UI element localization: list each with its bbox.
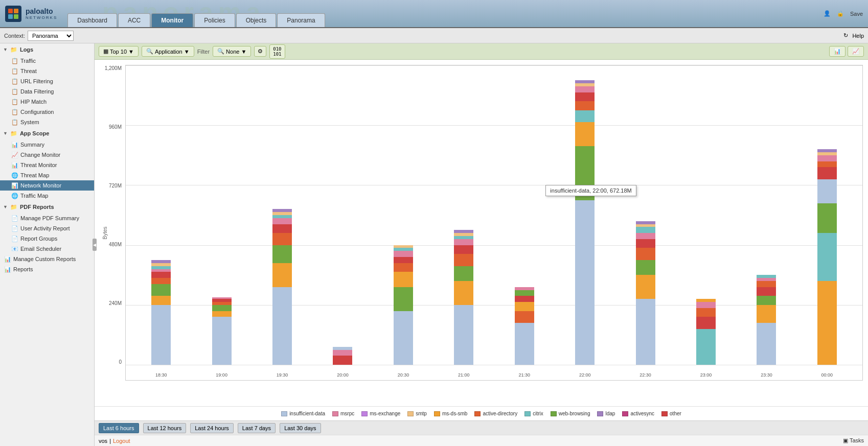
sidebar-item-manage-custom-reports[interactable]: 📊 Manage Custom Reports xyxy=(0,254,94,264)
bar-segment-other xyxy=(575,92,595,102)
sidebar-item-manage-pdf-summary[interactable]: 📄 Manage PDF Summary xyxy=(0,213,94,223)
sidebar-item-email-scheduler[interactable]: 📧 Email Scheduler xyxy=(0,244,94,254)
content-area: ▦ Top 10 ▼ 🔍 Application ▼ Filter 🔍 None… xyxy=(95,43,868,446)
bar-segment-web-browsing xyxy=(394,287,413,311)
sidebar-item-reports[interactable]: 📊 Reports xyxy=(0,264,94,274)
svg-rect-1 xyxy=(14,9,18,13)
sidebar-item-data-filtering[interactable]: 📋 Data Filtering xyxy=(0,86,94,97)
legend-label-citrix: citrix xyxy=(533,411,543,416)
bar-segment-other xyxy=(454,245,473,254)
context-select[interactable]: Panorama xyxy=(28,31,74,41)
app-filter-button[interactable]: 🔍 Application ▼ xyxy=(142,46,194,57)
sidebar-item-report-groups[interactable]: 📄 Report Groups xyxy=(0,233,94,244)
save-button[interactable]: Save xyxy=(850,11,863,17)
bars-area: 18:3019:0019:3020:0020:3021:0021:3022:00… xyxy=(126,65,862,365)
expand-icon-3: ▼ xyxy=(3,204,8,209)
main-layout: ▼ 📁 Logs 📋 Traffic 📋 Threat 📋 URL Filter… xyxy=(0,43,868,446)
tab-panorama[interactable]: Panorama xyxy=(277,13,325,27)
legend-label-other: other xyxy=(670,411,681,416)
tasks-button[interactable]: ▣ Tasks xyxy=(843,437,864,444)
user-icon[interactable]: 👤 xyxy=(824,10,831,17)
bar-segment-citrix xyxy=(817,233,837,281)
tab-dashboard[interactable]: Dashboard xyxy=(67,13,117,27)
sidebar-group-pdf-reports: ▼ 📁 PDF Reports 📄 Manage PDF Summary 📄 U… xyxy=(0,201,94,254)
sidebar-item-threat[interactable]: 📋 Threat xyxy=(0,66,94,76)
bar-group-20:00: 20:00 xyxy=(312,65,373,365)
legend-color-other xyxy=(661,411,668,416)
sidebar-collapse-button[interactable]: ◀ xyxy=(93,239,97,251)
separator: | xyxy=(109,438,111,444)
sidebar-item-configuration-label: Configuration xyxy=(20,109,54,115)
tab-policies[interactable]: Policies xyxy=(194,13,235,27)
legend-label-ldap: ldap xyxy=(605,411,615,416)
sidebar-item-threat-map[interactable]: 🌐 Threat Map xyxy=(0,170,94,180)
sidebar-item-summary[interactable]: 📊 Summary xyxy=(0,139,94,150)
legend-color-msrpc xyxy=(332,411,338,416)
help-button[interactable]: Help xyxy=(852,33,864,39)
logo-text: paloalto NETWORKS xyxy=(26,7,57,20)
binary-button[interactable]: 010101 xyxy=(269,44,285,59)
legend-item-activesync: activesync xyxy=(622,411,654,416)
svg-rect-0 xyxy=(8,9,13,13)
time-btn-24h[interactable]: Last 24 hours xyxy=(190,423,234,433)
sidebar-group-app-scope-header[interactable]: ▼ 📁 App Scope xyxy=(0,127,94,139)
app-filter-label: Application xyxy=(155,49,182,55)
refresh-icon[interactable]: ↻ xyxy=(843,32,848,39)
time-btn-7d[interactable]: Last 7 days xyxy=(238,423,276,433)
svg-rect-2 xyxy=(8,14,13,19)
top-n-button[interactable]: ▦ Top 10 ▼ xyxy=(99,46,139,57)
bar-group-18:30: 18:30 xyxy=(131,65,191,365)
sidebar-item-network-monitor[interactable]: 📊 Network Monitor xyxy=(0,180,94,191)
bar-segment-other xyxy=(394,257,413,263)
bar-segment-web-browsing xyxy=(757,296,776,305)
time-btn-12h[interactable]: Last 12 hours xyxy=(143,423,187,433)
sidebar-group-logs-header[interactable]: ▼ 📁 Logs xyxy=(0,43,94,56)
bar-segment-active-directory xyxy=(151,278,171,284)
bar-segment-citrix xyxy=(636,227,655,233)
sidebar-item-traffic[interactable]: 📋 Traffic xyxy=(0,56,94,66)
sidebar-item-threat-monitor[interactable]: 📊 Threat Monitor xyxy=(0,160,94,170)
bar-label-23:30: 23:30 xyxy=(761,372,772,378)
sidebar-item-traffic-map[interactable]: 🌐 Traffic Map xyxy=(0,191,94,201)
logout-link[interactable]: Logout xyxy=(113,438,130,444)
sidebar-item-threat-label: Threat xyxy=(20,68,37,74)
time-btn-6h[interactable]: Last 6 hours xyxy=(99,423,139,433)
sidebar-item-user-activity-report[interactable]: 📄 User Activity Report xyxy=(0,223,94,233)
bar-group-00:00: 00:00 xyxy=(797,65,857,365)
sidebar-group-pdf-reports-header[interactable]: ▼ 📁 PDF Reports xyxy=(0,201,94,213)
bar-label-20:00: 20:00 xyxy=(337,372,349,378)
bar-segment-msrpc xyxy=(575,86,595,92)
time-btn-30d[interactable]: Last 30 days xyxy=(280,423,321,433)
sidebar-item-threat-map-label: Threat Map xyxy=(20,172,49,178)
none-filter-button[interactable]: 🔍 None ▼ xyxy=(213,46,251,57)
lock-icon[interactable]: 🔒 xyxy=(837,10,844,17)
toolbar-right: 📊 📈 xyxy=(829,46,864,57)
sidebar-item-change-monitor[interactable]: 📈 Change Monitor xyxy=(0,150,94,160)
legend-label-active-directory: active-directory xyxy=(483,411,517,416)
bar-chart-button[interactable]: 📊 xyxy=(829,46,846,57)
sidebar-item-summary-label: Summary xyxy=(20,142,44,148)
sidebar-item-url-filtering[interactable]: 📋 URL Filtering xyxy=(0,76,94,86)
bar-segment-ms-ds-smb xyxy=(394,272,413,287)
tab-acc[interactable]: ACC xyxy=(118,13,150,27)
y-axis-labels: 1,200M 960M 720M 480M 240M 0 xyxy=(98,65,124,365)
legend-item-msrpc: msrpc xyxy=(332,411,354,416)
bar-group-19:30: 19:30 xyxy=(252,65,312,365)
area-chart-button[interactable]: 📈 xyxy=(848,46,864,57)
legend: insufficient-datamsrpcms-exchangesmtpms-… xyxy=(95,406,868,420)
legend-color-ms-ds-smb xyxy=(434,411,440,416)
tab-monitor[interactable]: Monitor xyxy=(151,13,193,27)
sidebar-item-configuration[interactable]: 📋 Configuration xyxy=(0,107,94,117)
bar-segment-other xyxy=(151,272,171,278)
reports-icon: 📊 xyxy=(4,266,11,273)
bar-segment-msrpc xyxy=(272,218,292,224)
tab-objects[interactable]: Objects xyxy=(236,13,277,27)
bar-segment-ms-ds-smb xyxy=(515,302,534,311)
bar-segment-insufficient-data xyxy=(515,323,534,365)
settings-icon: ⚙ xyxy=(258,48,263,55)
bar-segment-active-directory xyxy=(454,254,473,266)
sidebar-item-hip-match[interactable]: 📋 HIP Match xyxy=(0,97,94,107)
sidebar-item-system[interactable]: 📋 System xyxy=(0,117,94,127)
settings-button[interactable]: ⚙ xyxy=(254,46,266,57)
bar-label-00:00: 00:00 xyxy=(821,372,833,378)
